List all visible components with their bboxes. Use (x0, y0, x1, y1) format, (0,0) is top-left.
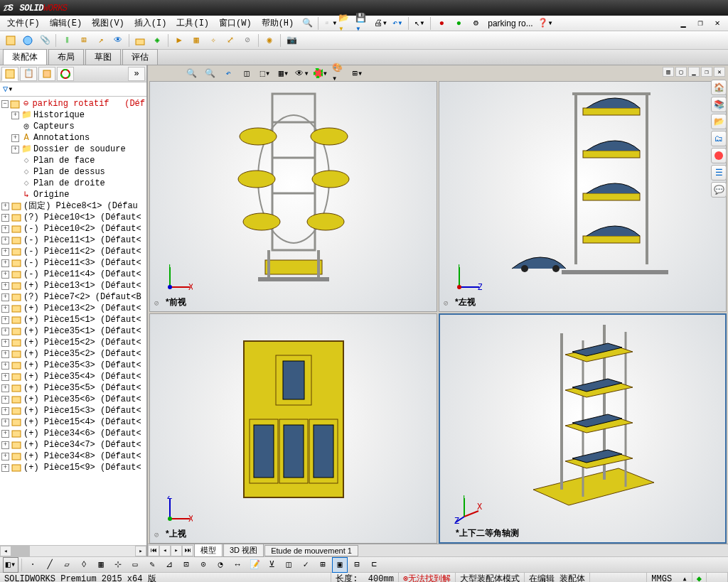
tree-part-item[interactable]: +(+) Pièce15<9> (Défaut< (1, 462, 145, 473)
tree-part-item[interactable]: +(+) Pièce15<1> (Défaut< (1, 314, 145, 325)
tab-layout[interactable]: 布局 (48, 49, 84, 65)
filter-midpoint-icon[interactable]: ⊡ (178, 557, 194, 573)
design-library-icon[interactable]: 📚 (711, 97, 727, 112)
rebuild-green-icon[interactable]: ● (451, 17, 466, 30)
tree-part-item[interactable]: +(+) Pièce35<6> (Défaut< (1, 394, 145, 405)
menu-edit[interactable]: 编辑(E) (46, 16, 87, 31)
expand-icon[interactable]: + (1, 407, 9, 415)
zoom-fit-icon[interactable]: 🔍 (183, 65, 199, 81)
bottom-tab-model[interactable]: 模型 (194, 544, 223, 557)
filter-sketch-icon[interactable]: ✎ (144, 557, 160, 573)
expand-icon[interactable]: + (1, 339, 9, 347)
bottom-tab-3dview[interactable]: 3D 视图 (223, 544, 264, 557)
link-views-icon[interactable]: ⊘ (154, 298, 159, 308)
expand-icon[interactable]: + (1, 441, 9, 449)
file-explorer-icon[interactable]: 📂 (711, 114, 727, 129)
tree-part-item[interactable]: +(+) Pièce35<4> (Défaut< (1, 371, 145, 382)
expand-icon[interactable]: + (1, 305, 9, 313)
view-palette-icon[interactable]: 🗂 (711, 131, 727, 146)
filter-plane-icon[interactable]: ▭ (127, 557, 143, 573)
expand-icon[interactable]: + (1, 453, 9, 460)
expand-icon[interactable]: + (1, 362, 9, 370)
expand-icon[interactable]: + (1, 248, 9, 256)
filter-surface-icon[interactable]: ◊ (76, 557, 92, 573)
expand-icon[interactable]: + (1, 316, 9, 324)
tree-plane-top[interactable]: ◇Plan de dessus (1, 166, 145, 178)
linear-pattern-icon[interactable]: ⦀ (59, 33, 75, 48)
display-style-icon[interactable]: ▦▾ (276, 65, 291, 81)
expand-icon[interactable]: + (1, 373, 9, 381)
tree-part-item[interactable]: +(-) Pièce11<1> (Défaut< (1, 235, 145, 246)
filter-dt-icon[interactable]: ◫ (281, 557, 296, 573)
print-icon[interactable]: 🖨▾ (373, 17, 388, 30)
tab-nav-first-icon[interactable]: ⏮ (148, 545, 159, 556)
status-units[interactable]: MMGS ▴ (647, 573, 692, 582)
scroll-left-icon[interactable]: ◂ (0, 546, 11, 556)
panel-expand-icon[interactable]: » (128, 67, 145, 81)
tree-part-item[interactable]: +(+) Pièce34<6> (Défaut< (1, 428, 145, 439)
display-manager-tab-icon[interactable] (57, 67, 74, 81)
snapshot-icon[interactable]: 📷 (284, 33, 299, 48)
window-close-icon[interactable]: ✕ (710, 17, 725, 30)
link-views-icon[interactable]: ⊘ (444, 298, 449, 308)
tab-nav-last-icon[interactable]: ⏭ (182, 545, 193, 556)
viewport-top[interactable]: ZX ⊘ *上视 (149, 313, 437, 544)
status-rebuild-icon[interactable]: ◆ (692, 573, 707, 582)
expand-icon[interactable]: + (11, 146, 19, 153)
filter-center-icon[interactable]: ⊙ (196, 557, 211, 573)
tree-part-item[interactable]: +(+) Pièce35<3> (Défaut< (1, 360, 145, 371)
tree-part-item[interactable]: +(-) Pièce11<2> (Défaut< (1, 246, 145, 257)
new-doc-icon[interactable]: ▫️▾ (321, 17, 337, 30)
expand-icon[interactable]: + (1, 259, 9, 267)
expand-icon[interactable]: + (11, 134, 19, 142)
expand-icon[interactable]: + (1, 464, 9, 472)
menu-view[interactable]: 视图(V) (87, 16, 129, 31)
tree-part-item[interactable]: +(-) Pièce11<4> (Défaut< (1, 269, 145, 280)
expand-icon[interactable]: + (1, 328, 9, 335)
tree-origin[interactable]: ↳Origine (1, 189, 145, 200)
menu-file[interactable]: 文件(F) (3, 16, 44, 31)
tree-part-item[interactable]: +(+) Pièce34<8> (Défaut< (1, 451, 145, 462)
open-doc-icon[interactable]: 📂▾ (338, 17, 354, 30)
previous-view-icon[interactable]: ↶ (220, 65, 236, 81)
viewport-front[interactable]: YX ⊘ *前视 (149, 81, 437, 312)
feature-tree[interactable]: − ⊖ parking rotatif (Déf +📁Historique ◎C… (0, 97, 146, 545)
tree-part-item[interactable]: +(+) Pièce15<2> (Défaut< (1, 337, 145, 348)
tree-filter-row[interactable]: ▽▾ (0, 82, 146, 97)
expand-icon[interactable]: + (1, 293, 9, 301)
filter-dim-icon[interactable]: ↔ (230, 557, 245, 573)
window-minimize-icon[interactable]: ▁ (675, 17, 691, 30)
tree-plane-right[interactable]: ◇Plan de droite (1, 178, 145, 189)
filter-note-icon[interactable]: 📝 (247, 557, 262, 573)
filter-weld-icon[interactable]: ⊻ (264, 557, 279, 573)
expand-icon[interactable]: + (1, 282, 9, 290)
filter-ref-icon[interactable]: ⊟ (349, 557, 365, 573)
property-manager-tab-icon[interactable]: 📋 (20, 67, 37, 81)
vp-tile-icon[interactable]: ▥ (663, 67, 674, 77)
link-views-icon[interactable]: ⊘ (154, 530, 159, 539)
scroll-right-icon[interactable]: ▸ (135, 546, 146, 556)
filter-edge-icon[interactable]: ╱ (42, 557, 58, 573)
filter-sf-icon[interactable]: ✓ (298, 557, 314, 573)
tree-part-item[interactable]: +(+) Pièce35<1> (Défaut< (1, 325, 145, 337)
apply-scene-icon[interactable]: 🎨▾ (331, 65, 347, 81)
status-error[interactable]: ⊗无法找到解 (399, 573, 456, 582)
insert-component-icon[interactable] (3, 33, 18, 48)
search-icon[interactable]: 🔍 (299, 17, 315, 30)
menu-help[interactable]: 帮助(H) (257, 16, 299, 31)
tree-part-item[interactable]: +(?) Pièce7<2> (Défaut<B (1, 291, 145, 303)
expand-icon[interactable]: + (11, 112, 19, 119)
help-balloon-icon[interactable]: ❓▾ (537, 17, 553, 30)
tree-part-item[interactable]: +(+) Pièce13<1> (Défaut< (1, 280, 145, 291)
hide-show-icon[interactable]: 👁▾ (294, 65, 310, 81)
tree-sensors[interactable]: ◎Capteurs (1, 121, 145, 132)
tree-weld-folder[interactable]: +📁Dossier de soudure (1, 144, 145, 155)
tree-part-item[interactable]: +(+) Pièce15<3> (Défaut< (1, 405, 145, 416)
tab-nav-prev-icon[interactable]: ◂ (159, 545, 171, 556)
filter-sketch-icon2[interactable]: ⊿ (161, 557, 177, 573)
tree-root[interactable]: − ⊖ parking rotatif (Déf (1, 98, 145, 109)
vp-single-icon[interactable]: ▢ (675, 67, 687, 77)
filter-vertex-icon[interactable]: · (25, 557, 41, 573)
tree-plane-front[interactable]: ◇Plan de face (1, 155, 145, 166)
explode-line-icon[interactable]: ⤢ (223, 33, 238, 48)
